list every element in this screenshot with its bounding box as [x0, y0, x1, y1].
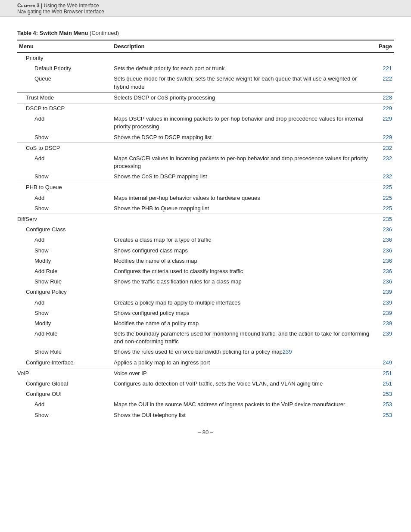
menu-cell: Show: [17, 410, 112, 420]
page-cell: 232: [372, 143, 394, 153]
table-row: ShowShows the PHB to Queue mapping list2…: [17, 203, 394, 214]
table-row: Default PrioritySets the default priorit…: [17, 63, 394, 74]
table-row: Configure GlobalConfigures auto-detectio…: [17, 379, 394, 389]
table-row: ShowShows the OUI telephony list253: [17, 410, 394, 420]
description-cell: [112, 287, 372, 297]
page-cell: 236: [372, 224, 394, 235]
description-cell: [112, 182, 372, 193]
table-row: Add RuleSets the boundary parameters use…: [17, 329, 394, 347]
description-cell: Selects DSCP or CoS priority processing: [112, 92, 372, 103]
page-cell: 225: [372, 193, 394, 203]
menu-cell: Show Rule: [17, 277, 112, 287]
page-cell: 225: [372, 182, 394, 193]
page-cell: 251: [372, 379, 394, 389]
table-row: ShowShows configured policy maps239: [17, 308, 394, 318]
content: Table 4: Switch Main Menu (Continued) Me…: [0, 17, 411, 461]
page-cell: 239: [372, 318, 394, 329]
chapter-title: Using the Web Interface: [44, 3, 99, 9]
description-cell: [112, 389, 372, 399]
description-cell: Shows the PHB to Queue mapping list: [112, 203, 372, 214]
menu-cell: Add: [17, 235, 112, 245]
menu-cell: Configure Policy: [17, 287, 112, 297]
menu-cell: Show Rule: [17, 347, 112, 357]
sub-title: Navigating the Web Browser Interface: [17, 9, 394, 15]
description-cell: Maps DSCP values in incoming packets to …: [112, 114, 372, 132]
description-cell: Shows configured class maps: [112, 246, 372, 256]
table-name: Table 4: Switch Main Menu: [17, 30, 88, 36]
page-cell: [372, 53, 394, 63]
table-row: ShowShows the CoS to DSCP mapping list23…: [17, 171, 394, 182]
page-cell: 236: [372, 235, 394, 245]
description-cell: Maps the OUI in the source MAC address o…: [112, 399, 372, 410]
description-cell: Sets the default priority for each port …: [112, 63, 372, 74]
page-cell: 222: [372, 74, 394, 92]
page-cell: 251: [372, 368, 394, 379]
table-row: Add RuleConfigures the criteria used to …: [17, 266, 394, 277]
page-cell: 253: [372, 399, 394, 410]
col-menu-header: Menu: [17, 40, 112, 53]
page-cell: 239: [372, 308, 394, 318]
page-cell: 236: [372, 256, 394, 266]
page-cell: 239: [372, 298, 394, 308]
page-cell: 236: [372, 246, 394, 256]
description-cell: Shows the traffic classification rules f…: [112, 277, 372, 287]
col-description-header: Description: [112, 40, 372, 53]
description-cell: Shows the CoS to DSCP mapping list: [112, 171, 372, 182]
menu-cell: Modify: [17, 318, 112, 329]
menu-cell: Priority: [17, 53, 112, 63]
footer: – 80 –: [17, 420, 394, 444]
main-table: Menu Description Page PriorityDefault Pr…: [17, 40, 394, 420]
description-cell: Shows the rules used to enforce bandwidt…: [112, 347, 372, 357]
menu-cell: Show: [17, 203, 112, 214]
page-cell: 229: [372, 103, 394, 114]
page-cell: 232: [372, 171, 394, 182]
table-row: AddMaps internal per-hop behavior values…: [17, 193, 394, 203]
menu-cell: Queue: [17, 74, 112, 92]
menu-cell: Add: [17, 193, 112, 203]
description-cell: Shows the DSCP to DSCP mapping list: [112, 132, 372, 143]
menu-cell: Configure OUI: [17, 389, 112, 399]
table-row: ModifyModifies the name of a policy map2…: [17, 318, 394, 329]
menu-cell: Add: [17, 298, 112, 308]
table-row: DSCP to DSCP229: [17, 103, 394, 114]
table-row: Show RuleShows the rules used to enforce…: [17, 347, 394, 357]
description-cell: [112, 143, 372, 153]
page-cell: 236: [372, 266, 394, 277]
page-cell: 235: [372, 214, 394, 225]
menu-cell: Add: [17, 399, 112, 410]
menu-cell: Show: [17, 171, 112, 182]
page-cell: 253: [372, 410, 394, 420]
description-cell: [112, 224, 372, 235]
chapter-pipe-sym: |: [41, 3, 42, 9]
chapter-line: Chapter 3 | Using the Web Interface: [17, 3, 394, 9]
table-row: Priority: [17, 53, 394, 63]
table-row: DiffServ235: [17, 214, 394, 225]
description-cell: Modifies the name of a policy map: [112, 318, 372, 329]
page-cell: 221: [372, 63, 394, 74]
table-continued-text: (Continued): [90, 30, 119, 36]
description-cell: Creates a class map for a type of traffi…: [112, 235, 372, 245]
description-cell: Configures the criteria used to classify…: [112, 266, 372, 277]
description-cell: Modifies the name of a class map: [112, 256, 372, 266]
menu-cell: DiffServ: [17, 214, 112, 225]
description-cell: Shows the OUI telephony list: [112, 410, 372, 420]
page-cell: 229: [372, 114, 394, 132]
menu-cell: Show: [17, 132, 112, 143]
description-cell: Configures auto-detection of VoIP traffi…: [112, 379, 372, 389]
menu-cell: PHB to Queue: [17, 182, 112, 193]
menu-cell: Configure Interface: [17, 358, 112, 368]
page-cell: 229: [372, 132, 394, 143]
chapter-label: Chapter 3: [17, 3, 40, 9]
menu-cell: Configure Class: [17, 224, 112, 235]
page-cell: 239: [372, 329, 394, 347]
menu-cell: VoIP: [17, 368, 112, 379]
description-cell: [112, 214, 372, 225]
description-cell: Creates a policy map to apply to multipl…: [112, 298, 372, 308]
table-row: PHB to Queue225: [17, 182, 394, 193]
description-cell: Sets queue mode for the switch; sets the…: [112, 74, 372, 92]
menu-cell: Trust Mode: [17, 92, 112, 103]
table-row: ShowShows configured class maps236: [17, 246, 394, 256]
description-cell: [112, 53, 372, 63]
page-cell: 236: [372, 277, 394, 287]
menu-cell: Default Priority: [17, 63, 112, 74]
